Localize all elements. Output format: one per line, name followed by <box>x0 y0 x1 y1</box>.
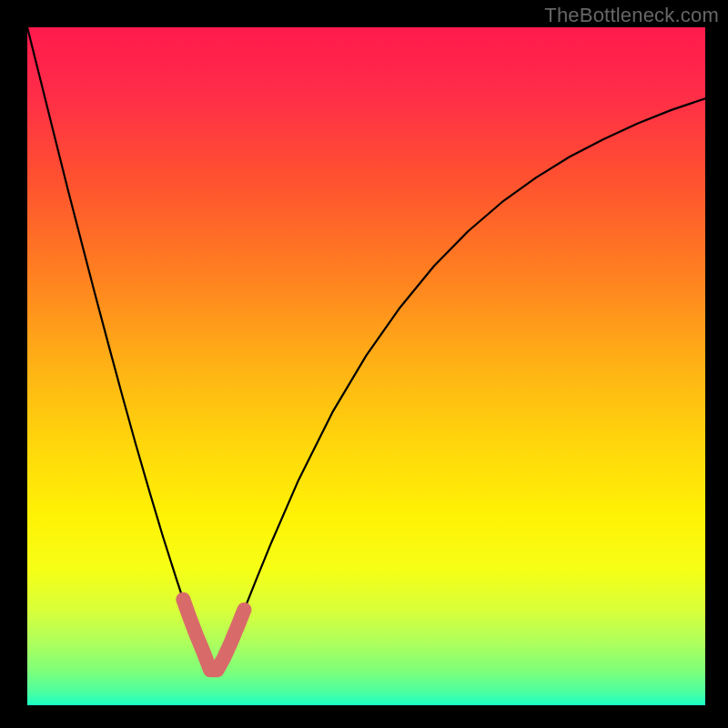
gradient-background <box>27 27 705 705</box>
bottleneck-chart-svg <box>27 27 705 705</box>
plot-area <box>27 27 705 705</box>
watermark-text: TheBottleneck.com <box>544 4 719 27</box>
chart-frame: TheBottleneck.com <box>0 0 728 728</box>
